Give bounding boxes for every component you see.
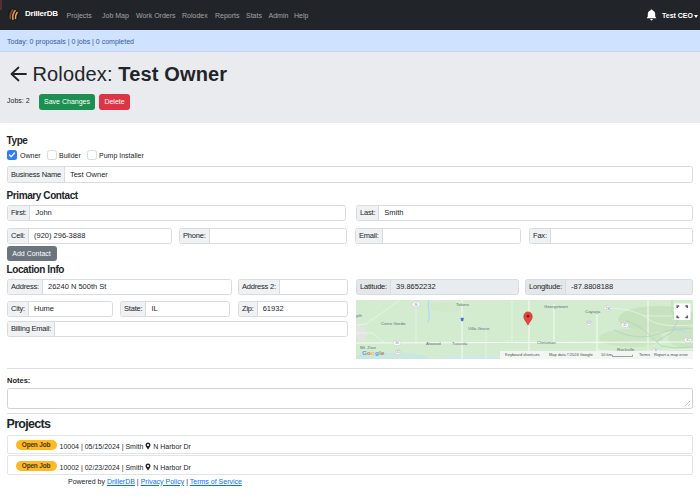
svg-text:Cayuga: Cayuga <box>585 309 601 314</box>
svg-text:Report a map error: Report a map error <box>654 352 688 357</box>
svg-text:Chrisman: Chrisman <box>537 340 556 345</box>
svg-text:41: 41 <box>686 338 690 342</box>
svg-text:32: 32 <box>396 350 400 354</box>
svg-text:236: 236 <box>605 307 610 311</box>
svg-text:e: e <box>381 349 385 356</box>
svg-text:Cerro Gordo: Cerro Gordo <box>381 321 406 326</box>
svg-text:Tolono: Tolono <box>456 302 469 307</box>
svg-text:Atwood: Atwood <box>426 341 441 346</box>
svg-text:Villa Grove: Villa Grove <box>468 326 490 331</box>
svg-text:41: 41 <box>623 323 627 327</box>
svg-text:Rockville: Rockville <box>617 347 635 352</box>
svg-text:Terms: Terms <box>639 352 650 357</box>
svg-text:Tuscola: Tuscola <box>452 341 468 346</box>
svg-text:Map data ©2024 Google: Map data ©2024 Google <box>549 352 593 357</box>
svg-text:36: 36 <box>395 341 399 345</box>
svg-text:yth: yth <box>356 313 362 318</box>
svg-text:36: 36 <box>414 303 418 307</box>
svg-text:63: 63 <box>587 321 591 325</box>
svg-text:Keyboard shortcuts: Keyboard shortcuts <box>505 352 539 357</box>
svg-text:10 km: 10 km <box>601 352 613 357</box>
svg-text:Georgetown: Georgetown <box>544 304 568 309</box>
